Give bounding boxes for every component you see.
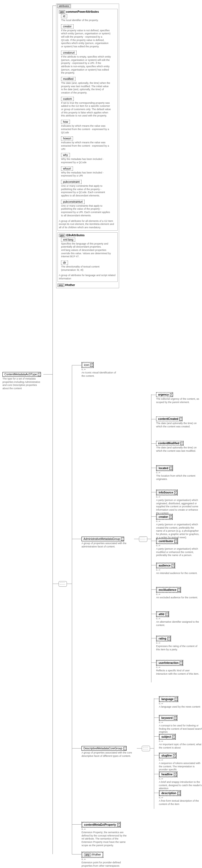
- attribute-name: dir: [61, 260, 68, 265]
- attribute-name: modified: [61, 77, 75, 81]
- plus-icon[interactable]: +: [180, 661, 183, 664]
- plus-icon[interactable]: +: [174, 491, 177, 494]
- plus-icon[interactable]: +: [172, 564, 175, 567]
- attribute-desc: One or many constraints that apply to pu…: [61, 205, 111, 217]
- minus-icon[interactable]: −: [38, 373, 41, 376]
- plus-icon[interactable]: +: [174, 773, 177, 776]
- plus-icon[interactable]: +: [177, 792, 180, 795]
- admin-group: AdministrativeMetadataGroup− A group of …: [81, 537, 134, 548]
- attribute-desc: Indicates by which means the value was e…: [61, 141, 111, 151]
- element-desc: The location from which the content orig…: [156, 474, 200, 481]
- attribute-pubconstraint: pubconstraintOne or many constraints tha…: [61, 180, 116, 197]
- element-count: 0..∞: [156, 666, 200, 669]
- attribute-name: creator: [61, 24, 73, 29]
- root-type-name: ContentMetadataAcDType: [4, 373, 37, 376]
- plus-icon[interactable]: +: [166, 613, 169, 616]
- descr-desc: A group of properties associated with th…: [81, 751, 137, 757]
- plus-icon[interactable]: +: [174, 540, 177, 543]
- element-infoSource: infoSource+0..∞A party (person or organi…: [156, 490, 200, 515]
- sequence-indicator: [59, 581, 67, 587]
- group-desc: A group of attributes for all elements o…: [59, 220, 116, 229]
- minus-icon[interactable]: −: [121, 537, 124, 540]
- attribute-custom: customIf set to true the corresponding p…: [61, 97, 116, 118]
- plus-icon[interactable]: +: [172, 735, 175, 738]
- plus-icon[interactable]: +: [179, 417, 182, 421]
- attribute-name: pubconstraint: [61, 180, 81, 184]
- element-desc: The date (and optionally the time) on wh…: [156, 422, 200, 428]
- attribute-creator: creatorIf the property value is not defi…: [61, 24, 116, 49]
- plus-icon[interactable]: +: [169, 467, 172, 470]
- element-name: creator: [159, 515, 168, 518]
- element-creator: creator+0..∞A party (person or organisat…: [156, 514, 200, 539]
- plus-icon[interactable]: +: [169, 515, 172, 518]
- element-desc: A sequence of tokens associated with the…: [159, 762, 202, 772]
- element-exclAudience: exclAudience+0..∞An excluded audience fo…: [156, 587, 200, 599]
- element-count: 0..∞: [156, 593, 200, 595]
- ext-count: 0..∞: [81, 828, 129, 830]
- plus-icon[interactable]: +: [170, 393, 173, 396]
- minus-icon[interactable]: −: [124, 747, 127, 750]
- plus-icon[interactable]: +: [174, 716, 177, 719]
- element-desc: An important topic of the content; what …: [159, 743, 202, 749]
- element-count: 0..∞: [156, 642, 200, 644]
- attribute-xmllang: xml:langSpecifies the language of this p…: [61, 238, 116, 258]
- any-attribute: any ##other: [58, 283, 118, 287]
- plus-icon[interactable]: +: [117, 823, 120, 826]
- attribute-desc: Indicates by which means the value was e…: [61, 124, 111, 134]
- element-contributor: contributor+0..∞A party (person or organ…: [156, 538, 200, 557]
- root-type-desc: The type for a set of metadata propertie…: [2, 377, 43, 390]
- element-contentCreated: contentCreated+The date (and optionally …: [156, 416, 200, 428]
- attribute-whyuri: whyuriWhy the metadata has been included…: [61, 166, 116, 178]
- group-label: commonPowerAttributes: [66, 10, 99, 13]
- plus-icon[interactable]: +: [173, 754, 176, 757]
- attribute-name: xml:lang: [61, 238, 75, 242]
- plus-icon[interactable]: +: [167, 637, 170, 640]
- element-desc: A party (person or organisation) which o…: [156, 499, 200, 515]
- attribute-how: howIndicates by which means the value wa…: [61, 120, 116, 134]
- element-desc: Reflects a specific kind of user interac…: [156, 669, 200, 676]
- element-count: 0..∞: [159, 740, 202, 742]
- attribute-desc: Specifies the language of this property …: [61, 242, 111, 258]
- element-language: language+0..∞A language used by the news…: [159, 696, 202, 709]
- attribute-name: how: [61, 120, 70, 124]
- element-count: 0..∞: [159, 778, 202, 780]
- icon-count: 0..∞: [81, 368, 117, 371]
- attribute-desc: The directionality of textual content (e…: [61, 265, 111, 272]
- grp-prefix-icon: grp: [59, 234, 65, 237]
- sequence-indicator: [142, 746, 150, 752]
- any-label: ##other: [92, 853, 101, 856]
- element-count: 0..∞: [159, 702, 202, 705]
- element-urgency: urgency+The editorial urgency of the con…: [156, 392, 200, 404]
- element-name: contributor: [159, 540, 173, 543]
- attribute-name: creatoruri: [61, 51, 76, 55]
- plus-icon[interactable]: +: [180, 442, 183, 445]
- root-type-box: ContentMetadataAcDType− The type for a s…: [2, 372, 43, 390]
- any-label: ##other: [65, 283, 75, 286]
- descr-group: DescriptiveMetadataCoreGroup− A group of…: [81, 746, 137, 757]
- attribute-desc: Why the metadata has been included - exp…: [61, 158, 111, 164]
- plus-icon[interactable]: +: [177, 588, 180, 591]
- element-name: urgency: [158, 393, 169, 396]
- grp-prefix-icon: grp: [59, 10, 65, 13]
- any-element-bottom: any ##other 0..∞ Extension point for pro…: [81, 852, 129, 867]
- element-count: 0..∞: [159, 721, 202, 723]
- element-headline: headline+0..∞A brief and snappy introduc…: [159, 772, 202, 790]
- any-prefix-icon: any: [84, 853, 91, 857]
- plus-icon[interactable]: +: [175, 698, 178, 701]
- attribute-name: howuri: [61, 136, 73, 141]
- ext-name: contentMetaExtProperty: [84, 823, 116, 826]
- group-i18nAttributes: grp i18nAttributes xml:langSpecifies the…: [58, 232, 118, 282]
- element-desc: A brief and snappy introduction to the c…: [159, 781, 202, 790]
- plus-icon[interactable]: +: [90, 364, 93, 367]
- group-commonPowerAttributes: grp commonPowerAttributes idThe local id…: [58, 9, 118, 231]
- element-name: rating: [159, 637, 166, 640]
- admin-desc: A group of properties associated with th…: [81, 542, 134, 548]
- any-desc: Extension point for provider-defined pro…: [81, 861, 129, 867]
- element-count: 0..∞: [159, 759, 202, 761]
- element-name: altId: [159, 613, 164, 616]
- element-audience: audience+0..∞An intended audience for th…: [156, 563, 200, 575]
- attribute-modified: modifiedThe date (and, optionally, the t…: [61, 77, 116, 95]
- attribute-desc: If the attribute is empty, specifies whi…: [61, 55, 111, 75]
- element-rating: rating+0..∞Expresses the rating of the c…: [156, 636, 200, 651]
- element-desc: The date (and optionally the time) on wh…: [156, 446, 200, 453]
